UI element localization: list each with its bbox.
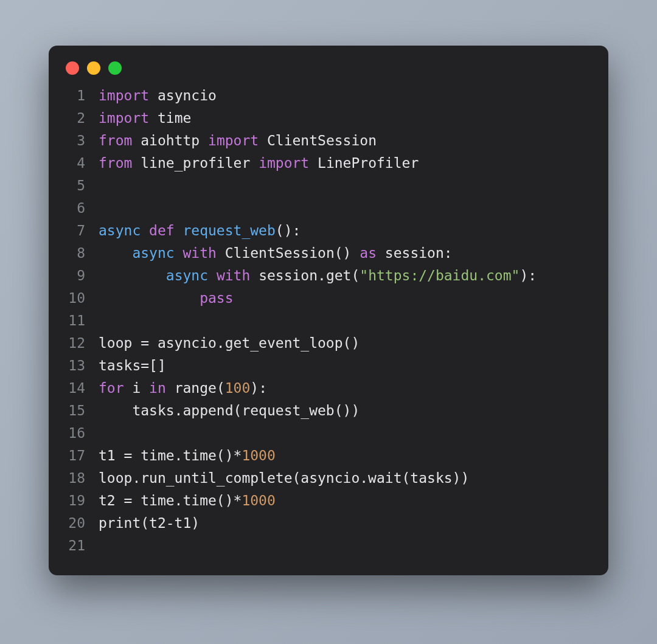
- code-content: tasks=[]: [99, 355, 166, 377]
- code-line: 12loop = asyncio.get_event_loop(): [49, 332, 596, 355]
- line-number: 21: [49, 535, 99, 557]
- code-content: print(t2-t1): [99, 512, 200, 535]
- line-number: 12: [49, 332, 99, 355]
- code-line: 18loop.run_until_complete(asyncio.wait(t…: [49, 467, 596, 490]
- close-icon[interactable]: [66, 61, 79, 75]
- code-line: 13tasks=[]: [49, 355, 596, 377]
- code-content: tasks.append(request_web()): [99, 400, 360, 422]
- code-content: async with ClientSession() as session:: [99, 242, 453, 265]
- code-content: pass: [99, 287, 234, 310]
- line-number: 11: [49, 310, 99, 332]
- code-content: loop = asyncio.get_event_loop(): [99, 332, 360, 355]
- code-content: import time: [99, 107, 191, 130]
- line-number: 5: [49, 175, 99, 197]
- code-content: for i in range(100):: [99, 377, 267, 400]
- code-line: 11: [49, 310, 596, 332]
- code-line: 21: [49, 535, 596, 557]
- line-number: 13: [49, 355, 99, 377]
- code-line: 2import time: [49, 107, 596, 130]
- code-content: import asyncio: [99, 85, 217, 107]
- code-line: 19t2 = time.time()*1000: [49, 490, 596, 512]
- code-line: 14for i in range(100):: [49, 377, 596, 400]
- line-number: 20: [49, 512, 99, 535]
- line-number: 4: [49, 152, 99, 175]
- line-number: 18: [49, 467, 99, 490]
- line-number: 15: [49, 400, 99, 422]
- code-content: t1 = time.time()*1000: [99, 445, 276, 467]
- line-number: 2: [49, 107, 99, 130]
- line-number: 8: [49, 242, 99, 265]
- code-line: 1import asyncio: [49, 85, 596, 107]
- minimize-icon[interactable]: [87, 61, 100, 75]
- line-number: 10: [49, 287, 99, 310]
- code-line: 6: [49, 197, 596, 220]
- code-line: 17t1 = time.time()*1000: [49, 445, 596, 467]
- code-line: 3from aiohttp import ClientSession: [49, 130, 596, 152]
- code-content: async def request_web():: [99, 220, 301, 242]
- line-number: 9: [49, 265, 99, 287]
- line-number: 17: [49, 445, 99, 467]
- code-line: 15 tasks.append(request_web()): [49, 400, 596, 422]
- code-line: 16: [49, 422, 596, 445]
- line-number: 16: [49, 422, 99, 445]
- line-number: 14: [49, 377, 99, 400]
- line-number: 7: [49, 220, 99, 242]
- code-line: 10 pass: [49, 287, 596, 310]
- code-line: 7async def request_web():: [49, 220, 596, 242]
- code-line: 4from line_profiler import LineProfiler: [49, 152, 596, 175]
- zoom-icon[interactable]: [108, 61, 122, 75]
- line-number: 6: [49, 197, 99, 220]
- code-content: from line_profiler import LineProfiler: [99, 152, 419, 175]
- line-number: 3: [49, 130, 99, 152]
- window-titlebar: [49, 46, 608, 81]
- code-content: loop.run_until_complete(asyncio.wait(tas…: [99, 467, 469, 490]
- code-line: 8 async with ClientSession() as session:: [49, 242, 596, 265]
- code-content: t2 = time.time()*1000: [99, 490, 276, 512]
- code-content: from aiohttp import ClientSession: [99, 130, 377, 152]
- code-content: async with session.get("https://baidu.co…: [99, 265, 537, 287]
- code-line: 20print(t2-t1): [49, 512, 596, 535]
- line-number: 19: [49, 490, 99, 512]
- code-line: 9 async with session.get("https://baidu.…: [49, 265, 596, 287]
- code-area: 1import asyncio2import time3from aiohttp…: [49, 81, 608, 557]
- line-number: 1: [49, 85, 99, 107]
- code-window: 1import asyncio2import time3from aiohttp…: [49, 46, 608, 575]
- code-line: 5: [49, 175, 596, 197]
